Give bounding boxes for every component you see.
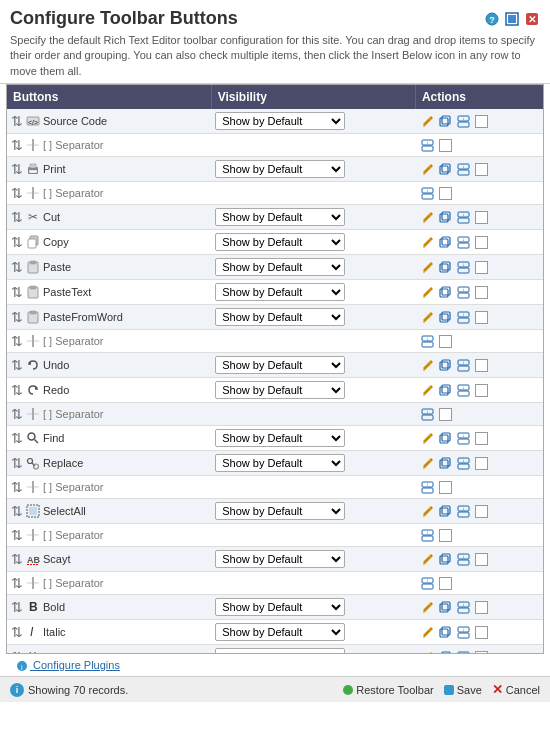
insert-below-icon[interactable]: ↓	[455, 309, 471, 325]
cancel-button[interactable]: ✕ Cancel	[492, 682, 540, 697]
select-checkbox[interactable]	[439, 529, 452, 542]
restore-toolbar-button[interactable]: Restore Toolbar	[343, 684, 433, 696]
drag-handle[interactable]: ⇅	[11, 624, 23, 640]
select-checkbox[interactable]	[439, 335, 452, 348]
edit-icon[interactable]	[419, 259, 435, 275]
edit-icon[interactable]	[419, 357, 435, 373]
edit-icon[interactable]	[419, 209, 435, 225]
drag-handle[interactable]: ⇅	[11, 284, 23, 300]
insert-below-icon[interactable]: ↓	[455, 599, 471, 615]
copy-icon[interactable]	[437, 234, 453, 250]
visibility-select[interactable]: Show by DefaultHidden by DefaultDisabled	[215, 502, 345, 520]
visibility-select[interactable]: Show by DefaultHidden by DefaultDisabled	[215, 160, 345, 178]
drag-handle[interactable]: ⇅	[11, 185, 23, 201]
select-checkbox[interactable]	[439, 139, 452, 152]
drag-handle[interactable]: ⇅	[11, 234, 23, 250]
maximize-icon[interactable]	[504, 11, 520, 27]
close-icon[interactable]: ✕	[524, 11, 540, 27]
buttons-table-wrapper[interactable]: Buttons Visibility Actions ⇅ </> Source …	[6, 84, 544, 654]
select-checkbox[interactable]	[439, 577, 452, 590]
select-checkbox[interactable]	[475, 505, 488, 518]
insert-below-icon[interactable]: ↓	[455, 624, 471, 640]
select-checkbox[interactable]	[475, 311, 488, 324]
checkbox-icon[interactable]	[437, 575, 453, 591]
copy-icon[interactable]	[437, 551, 453, 567]
insert-below-icon[interactable]: ↓	[455, 503, 471, 519]
checkbox-icon[interactable]	[437, 137, 453, 153]
copy-icon[interactable]	[437, 161, 453, 177]
visibility-select[interactable]: Show by DefaultHidden by DefaultDisabled	[215, 258, 345, 276]
select-checkbox[interactable]	[475, 359, 488, 372]
checkbox-icon[interactable]	[437, 527, 453, 543]
visibility-select[interactable]: Show by DefaultHidden by DefaultDisabled	[215, 112, 345, 130]
checkbox-icon[interactable]	[437, 479, 453, 495]
configure-plugins-link[interactable]: i Configure Plugins	[10, 657, 126, 673]
edit-icon[interactable]	[419, 599, 435, 615]
copy-icon[interactable]	[437, 259, 453, 275]
edit-icon[interactable]	[419, 624, 435, 640]
drag-handle[interactable]: ⇅	[11, 357, 23, 373]
edit-icon[interactable]	[419, 309, 435, 325]
checkbox-icon[interactable]	[473, 503, 489, 519]
checkbox-icon[interactable]	[437, 333, 453, 349]
select-checkbox[interactable]	[475, 626, 488, 639]
insert-below-icon[interactable]: ↓	[419, 527, 435, 543]
visibility-select[interactable]: Show by DefaultHidden by DefaultDisabled	[215, 454, 345, 472]
edit-icon[interactable]	[419, 284, 435, 300]
drag-handle[interactable]: ⇅	[11, 527, 23, 543]
edit-icon[interactable]	[419, 161, 435, 177]
insert-below-icon[interactable]: ↓	[455, 551, 471, 567]
insert-below-icon[interactable]: ↓	[419, 185, 435, 201]
checkbox-icon[interactable]	[473, 551, 489, 567]
copy-icon[interactable]	[437, 382, 453, 398]
edit-icon[interactable]	[419, 551, 435, 567]
select-checkbox[interactable]	[475, 286, 488, 299]
drag-handle[interactable]: ⇅	[11, 551, 23, 567]
drag-handle[interactable]: ⇅	[11, 333, 23, 349]
edit-icon[interactable]	[419, 430, 435, 446]
drag-handle[interactable]: ⇅	[11, 259, 23, 275]
copy-icon[interactable]	[437, 309, 453, 325]
checkbox-icon[interactable]	[437, 406, 453, 422]
drag-handle[interactable]: ⇅	[11, 309, 23, 325]
select-checkbox[interactable]	[475, 261, 488, 274]
edit-icon[interactable]	[419, 113, 435, 129]
checkbox-icon[interactable]	[473, 455, 489, 471]
checkbox-icon[interactable]	[473, 113, 489, 129]
drag-handle[interactable]: ⇅	[11, 430, 23, 446]
drag-handle[interactable]: ⇅	[11, 137, 23, 153]
checkbox-icon[interactable]	[473, 234, 489, 250]
select-checkbox[interactable]	[439, 187, 452, 200]
edit-icon[interactable]	[419, 455, 435, 471]
help-icon[interactable]: ?	[484, 11, 500, 27]
checkbox-icon[interactable]	[473, 430, 489, 446]
drag-handle[interactable]: ⇅	[11, 161, 23, 177]
copy-icon[interactable]	[437, 503, 453, 519]
insert-below-icon[interactable]: ↓	[455, 382, 471, 398]
drag-handle[interactable]: ⇅	[11, 575, 23, 591]
drag-handle[interactable]: ⇅	[11, 503, 23, 519]
insert-below-icon[interactable]: ↓	[455, 113, 471, 129]
insert-below-icon[interactable]: ↓	[455, 259, 471, 275]
copy-icon[interactable]	[437, 430, 453, 446]
edit-icon[interactable]	[419, 234, 435, 250]
select-checkbox[interactable]	[475, 457, 488, 470]
checkbox-icon[interactable]	[473, 259, 489, 275]
edit-icon[interactable]	[419, 382, 435, 398]
checkbox-icon[interactable]	[473, 209, 489, 225]
drag-handle[interactable]: ⇅	[11, 455, 23, 471]
insert-below-icon[interactable]: ↓	[455, 430, 471, 446]
checkbox-icon[interactable]	[473, 161, 489, 177]
visibility-select[interactable]: Show by DefaultHidden by DefaultDisabled	[215, 356, 345, 374]
copy-icon[interactable]	[437, 599, 453, 615]
select-checkbox[interactable]	[475, 163, 488, 176]
copy-icon[interactable]	[437, 624, 453, 640]
insert-below-icon[interactable]: ↓	[419, 479, 435, 495]
select-checkbox[interactable]	[475, 553, 488, 566]
visibility-select[interactable]: Show by DefaultHidden by DefaultDisabled	[215, 308, 345, 326]
insert-below-icon[interactable]: ↓	[419, 137, 435, 153]
checkbox-icon[interactable]	[473, 382, 489, 398]
insert-below-icon[interactable]: ↓	[455, 357, 471, 373]
copy-icon[interactable]	[437, 113, 453, 129]
visibility-select[interactable]: Show by DefaultHidden by DefaultDisabled	[215, 550, 345, 568]
